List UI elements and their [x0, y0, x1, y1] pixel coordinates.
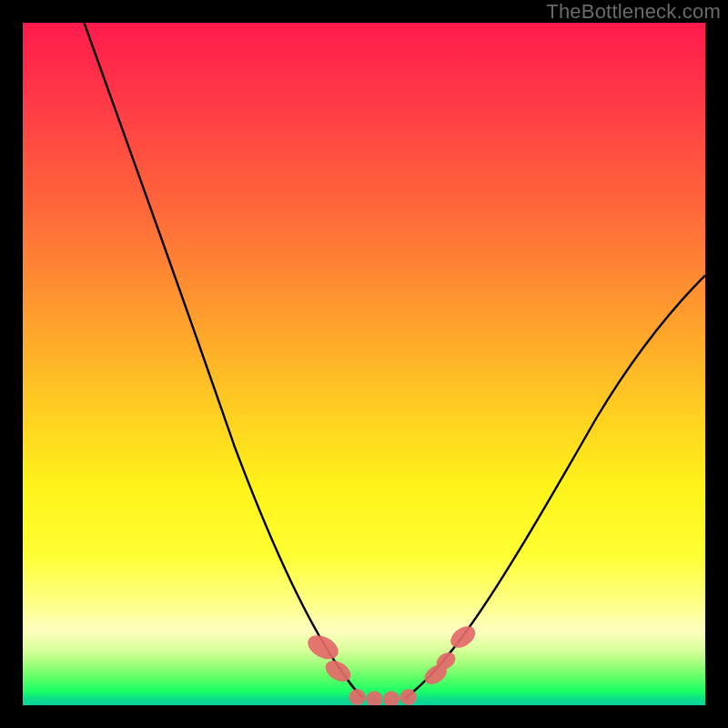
watermark-text: TheBottleneck.com: [546, 0, 721, 24]
marker-valley-4: [400, 689, 417, 705]
marker-valley-2: [366, 691, 382, 705]
marker-valley-3: [383, 691, 399, 705]
plot-area: [23, 23, 705, 705]
curve-layer: [23, 23, 705, 705]
marker-right-3: [447, 622, 480, 652]
marker-valley-1: [349, 689, 366, 705]
marker-left-1: [304, 631, 342, 664]
right-curve: [405, 276, 705, 699]
marker-group: [304, 622, 480, 705]
outer-frame: TheBottleneck.com: [0, 0, 728, 728]
left-curve: [85, 23, 365, 699]
